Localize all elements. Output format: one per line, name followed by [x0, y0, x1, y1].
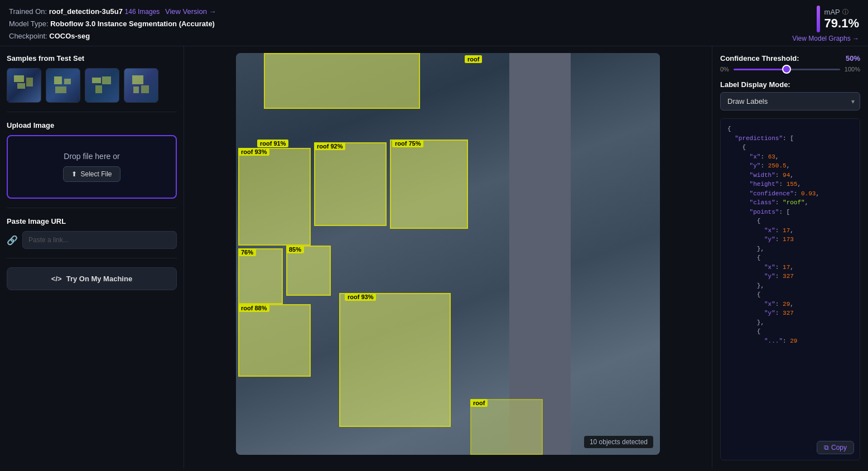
- label-mode-label: Label Display Mode:: [720, 80, 860, 89]
- confidence-label: Confidence Threshold:: [720, 54, 799, 63]
- map-section: mAP ⓘ 79.1% View Model Graphs →: [792, 6, 859, 42]
- detection-label-4: roof 75%: [392, 140, 423, 147]
- upload-icon: ⬆: [71, 170, 77, 178]
- samples-section: Samples from Test Set: [7, 54, 177, 103]
- left-panel: Samples from Test Set: [0, 46, 184, 468]
- building-7: [238, 304, 311, 377]
- building-2: [238, 148, 311, 246]
- label-mode-select[interactable]: Draw Labels Hide Labels Draw Confidence: [720, 92, 860, 110]
- svg-rect-3: [54, 76, 62, 84]
- detection-label-3: roof 92%: [314, 142, 345, 150]
- map-info-icon: ⓘ: [842, 8, 848, 16]
- svg-rect-11: [141, 85, 149, 93]
- divider-2: [7, 208, 177, 208]
- svg-rect-8: [95, 85, 102, 93]
- paste-url-input[interactable]: [22, 231, 177, 249]
- sample-thumb-1[interactable]: [7, 68, 41, 103]
- view-version-link[interactable]: View Version →: [165, 7, 216, 16]
- checkpoint-value: COCOs-seg: [49, 32, 90, 40]
- sample-thumb-2[interactable]: [46, 68, 80, 103]
- json-output: { "predictions": [ { "x": 63, "y": 250.5…: [720, 118, 860, 460]
- try-on-machine-button[interactable]: </> Try On My Machine: [7, 267, 177, 290]
- paste-input-row: 🔗: [7, 231, 177, 249]
- model-type-value: Roboflow 3.0 Instance Segmentation (Accu…: [50, 20, 215, 28]
- map-bar: [817, 6, 820, 32]
- label-mode-section: Label Display Mode: Draw Labels Hide Lab…: [720, 80, 860, 110]
- svg-rect-10: [133, 86, 139, 93]
- svg-rect-6: [92, 78, 101, 83]
- svg-rect-7: [102, 76, 111, 84]
- map-label: mAP: [824, 8, 840, 16]
- objects-detected-badge: 10 objects detected: [584, 436, 653, 448]
- link-icon: 🔗: [7, 235, 18, 246]
- confidence-row: Confidence Threshold: 50%: [720, 54, 860, 63]
- sample-thumb-4[interactable]: [124, 68, 158, 103]
- building-4: [390, 140, 468, 229]
- slider-row: 0% 100%: [720, 66, 860, 73]
- confidence-value: 50%: [846, 54, 860, 63]
- svg-rect-5: [55, 86, 66, 93]
- building-5: [238, 248, 283, 304]
- building-3: [314, 142, 387, 226]
- trained-on-value: roof_detection-3u5u7: [49, 7, 123, 16]
- model-info: Trained On: roof_detection-3u5u7 146 Ima…: [9, 6, 216, 42]
- trained-on-label: Trained On:: [9, 7, 47, 16]
- upload-section: Upload Image Drop file here or ⬆ Select …: [7, 121, 177, 199]
- svg-rect-2: [26, 78, 33, 86]
- svg-rect-9: [132, 75, 143, 84]
- label-mode-select-wrapper: Draw Labels Hide Labels Draw Confidence …: [720, 92, 860, 110]
- detection-label-7: roof 88%: [238, 304, 269, 312]
- upload-title: Upload Image: [7, 121, 177, 129]
- paste-section: Paste Image URL 🔗: [7, 217, 177, 249]
- confidence-section: Confidence Threshold: 50% 0% 100%: [720, 54, 860, 73]
- checkpoint-label: Checkpoint:: [9, 32, 47, 40]
- divider-1: [7, 112, 177, 112]
- detection-label-1: roof 91%: [257, 140, 288, 147]
- model-type-label: Model Type:: [9, 20, 49, 28]
- svg-rect-1: [17, 83, 25, 89]
- image-container: roof roof 91% roof 93%: [236, 53, 660, 455]
- detection-label-5: 76%: [238, 248, 256, 256]
- detection-label-9: roof: [470, 399, 488, 407]
- map-value: 79.1%: [824, 16, 859, 31]
- copy-button[interactable]: ⧉ Copy: [817, 441, 854, 454]
- detection-label-2: roof 93%: [238, 148, 269, 156]
- road-vertical: [509, 53, 571, 455]
- center-panel: roof roof 91% roof 93%: [184, 46, 712, 468]
- building-1: [264, 53, 420, 109]
- drop-text: Drop file here or: [17, 152, 167, 161]
- copy-icon: ⧉: [824, 444, 829, 451]
- building-8: [339, 293, 451, 427]
- code-icon: </>: [51, 275, 62, 283]
- slider-max: 100%: [845, 66, 860, 73]
- detection-label-8: roof 93%: [345, 293, 376, 301]
- view-graphs-link[interactable]: View Model Graphs →: [792, 35, 859, 42]
- label-tag-1: roof: [465, 55, 482, 63]
- image-count: 146 Images: [125, 8, 160, 16]
- paste-title: Paste Image URL: [7, 217, 177, 225]
- divider-3: [7, 258, 177, 258]
- sample-thumbnails: [7, 68, 177, 103]
- svg-rect-4: [64, 79, 71, 84]
- main-layout: Samples from Test Set: [0, 46, 868, 468]
- svg-rect-0: [14, 75, 24, 82]
- select-file-button[interactable]: ⬆ Select File: [63, 166, 120, 182]
- slider-min: 0%: [720, 66, 729, 73]
- right-panel: Confidence Threshold: 50% 0% 100% Label …: [712, 46, 868, 468]
- aerial-image: roof roof 91% roof 93%: [236, 53, 660, 455]
- samples-title: Samples from Test Set: [7, 54, 177, 63]
- top-header: Trained On: roof_detection-3u5u7 146 Ima…: [0, 0, 868, 46]
- upload-dropzone[interactable]: Drop file here or ⬆ Select File: [7, 135, 177, 199]
- confidence-slider[interactable]: [734, 69, 840, 70]
- building-9: [470, 399, 543, 455]
- detection-label-6: 85%: [286, 246, 304, 253]
- sample-thumb-3[interactable]: [85, 68, 119, 103]
